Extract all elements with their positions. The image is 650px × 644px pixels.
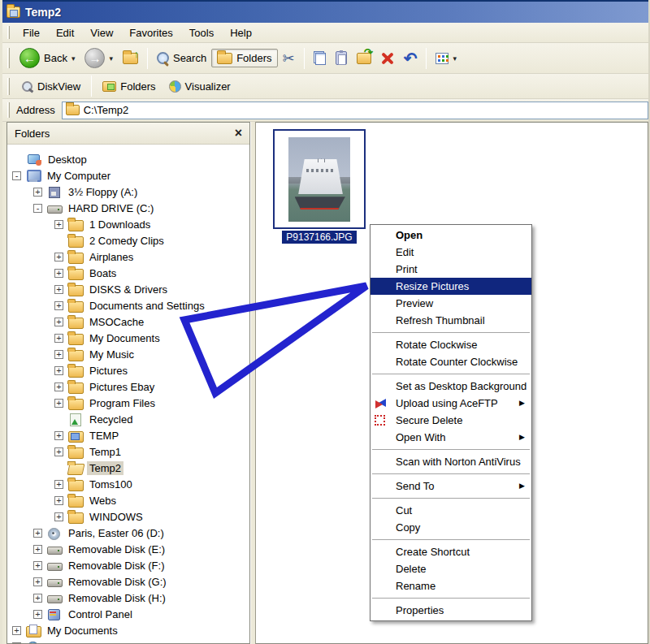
back-dropdown-icon[interactable]: ▾ <box>72 54 76 63</box>
expand-icon[interactable]: + <box>54 318 63 326</box>
expand-icon[interactable]: + <box>54 447 63 456</box>
menu-item-rotate-clockwise[interactable]: Rotate Clockwise <box>370 336 531 353</box>
menu-item-cut[interactable]: Cut <box>370 502 531 519</box>
menu-item-scan-with-norton-antivirus[interactable]: Scan with Norton AntiVirus <box>370 453 531 470</box>
collapse-icon[interactable]: - <box>33 204 42 213</box>
tree-item-removable-g[interactable]: +Removable Disk (G:) <box>7 573 249 590</box>
up-button[interactable]: ↑ <box>118 50 143 67</box>
tree-item-program-files[interactable]: +Program Files <box>7 395 249 411</box>
tree-item-temp[interactable]: +TEMP <box>7 427 249 443</box>
tree-item-my-documents-c[interactable]: +My Documents <box>7 330 249 346</box>
diskview-button[interactable]: DiskView <box>15 79 87 94</box>
file-thumbnail[interactable] <box>273 129 366 229</box>
tree-item-recycled[interactable]: Recycled <box>7 411 249 427</box>
expand-icon[interactable]: + <box>54 399 63 408</box>
file-name-label[interactable]: P9137166.JPG <box>282 231 356 244</box>
tree-item-1-downloads[interactable]: +1 Downloads <box>7 216 249 232</box>
menu-item-set-as-desktop-background[interactable]: Set as Desktop Background <box>370 378 531 395</box>
menu-item-properties[interactable]: Properties <box>370 602 531 619</box>
menu-edit[interactable]: Edit <box>48 25 82 41</box>
tree-item-removable-f[interactable]: +Removable Disk (F:) <box>7 557 249 573</box>
expand-icon[interactable]: + <box>33 545 42 554</box>
tree-item-documents-and-settings[interactable]: +Documents and Settings <box>7 297 249 313</box>
tree-item-windows[interactable]: +WINDOWS <box>7 508 249 525</box>
menu-item-secure-delete[interactable]: Secure Delete <box>370 412 531 429</box>
tree-item-boats[interactable]: +Boats <box>7 265 249 281</box>
menu-item-resize-pictures[interactable]: Resize Pictures <box>370 278 531 295</box>
menu-item-open[interactable]: Open <box>370 227 531 244</box>
tree-item-my-music[interactable]: +My Music <box>7 346 249 362</box>
expand-icon[interactable]: + <box>54 431 63 440</box>
paste-button[interactable] <box>331 49 352 67</box>
expand-icon[interactable]: + <box>54 253 63 261</box>
pane-splitter[interactable] <box>250 122 256 644</box>
expand-icon[interactable]: + <box>54 334 63 343</box>
copy-button[interactable] <box>309 49 331 67</box>
menu-help[interactable]: Help <box>222 25 260 41</box>
tree-item-my-computer[interactable]: -My Computer <box>7 167 249 184</box>
close-icon[interactable]: × <box>235 127 242 140</box>
expand-icon[interactable]: + <box>33 610 42 619</box>
toolbar-grip[interactable] <box>7 78 10 95</box>
tree-item-cd-d[interactable]: +Paris, Easter 06 (D:) <box>7 525 249 541</box>
views-button[interactable]: ▾ <box>431 50 462 67</box>
menu-item-rename[interactable]: Rename <box>370 577 531 594</box>
tree-item-temp2[interactable]: Temp2 <box>7 460 249 476</box>
tree-item-pictures[interactable]: +Pictures <box>7 362 249 378</box>
tree-item-2-comedy-clips[interactable]: 2 Comedy Clips <box>7 232 249 249</box>
menu-item-print[interactable]: Print <box>370 261 531 278</box>
tree-item-msocache[interactable]: +MSOCache <box>7 313 249 330</box>
expand-icon[interactable]: + <box>33 594 42 603</box>
tree-item-airplanes[interactable]: +Airplanes <box>7 249 249 265</box>
addon-folders-button[interactable]: Folders <box>96 79 162 94</box>
undo-button[interactable]: ↶ <box>399 48 422 69</box>
toolbar-grip[interactable] <box>7 48 10 69</box>
menu-item-upload-using-aceftp[interactable]: Upload using AceFTP <box>370 395 531 412</box>
expand-icon[interactable]: + <box>54 512 63 521</box>
forward-button[interactable]: → ▾ <box>80 45 118 71</box>
expand-icon[interactable]: + <box>33 529 42 538</box>
expand-icon[interactable]: + <box>54 269 63 278</box>
tree-item-my-network-places[interactable]: +My Network Places <box>7 638 249 643</box>
menu-item-send-to[interactable]: Send To <box>370 478 531 495</box>
expand-icon[interactable]: + <box>12 626 21 635</box>
tree-item-toms100[interactable]: +Toms100 <box>7 476 249 492</box>
tree-item-floppy-a[interactable]: +3½ Floppy (A:) <box>7 184 249 200</box>
back-button[interactable]: ← Back ▾ <box>15 45 80 71</box>
tree-item-desktop[interactable]: Desktop <box>7 151 249 167</box>
tree-item-control-panel[interactable]: +Control Panel <box>7 606 249 622</box>
menu-item-edit[interactable]: Edit <box>370 244 531 261</box>
expand-icon[interactable]: + <box>54 480 63 489</box>
expand-icon[interactable]: + <box>54 383 63 391</box>
visualizer-button[interactable]: Visualizer <box>162 79 237 94</box>
address-input[interactable]: C:\Temp2 <box>62 102 648 119</box>
delete-button[interactable] <box>376 50 399 67</box>
expand-icon[interactable]: + <box>54 220 63 229</box>
expand-icon[interactable]: + <box>54 285 63 294</box>
menu-item-delete[interactable]: Delete <box>370 560 531 577</box>
expand-icon[interactable]: + <box>33 188 42 197</box>
tree-item-disks-drivers[interactable]: +DISKS & Drivers <box>7 281 249 297</box>
tree-item-removable-h[interactable]: +Removable Disk (H:) <box>7 590 249 606</box>
menu-tools[interactable]: Tools <box>181 25 222 41</box>
expand-icon[interactable]: + <box>54 301 63 310</box>
tree-item-hard-drive-c[interactable]: -HARD DRIVE (C:) <box>7 200 249 216</box>
menu-item-create-shortcut[interactable]: Create Shortcut <box>370 543 531 560</box>
expand-icon[interactable]: + <box>33 577 42 586</box>
menu-item-refresh-thumbnail[interactable]: Refresh Thumbnail <box>370 312 531 329</box>
expand-icon[interactable]: + <box>54 350 63 359</box>
tree-item-my-documents[interactable]: +My Documents <box>7 622 249 638</box>
menu-item-copy[interactable]: Copy <box>370 519 531 536</box>
file-item[interactable]: P9137166.JPG <box>273 129 366 244</box>
tree-item-pictures-ebay[interactable]: +Pictures Ebay <box>7 378 249 395</box>
forward-dropdown-icon[interactable]: ▾ <box>109 54 113 63</box>
toolbar-grip[interactable] <box>7 102 10 118</box>
collapse-icon[interactable]: - <box>12 171 21 180</box>
toolbar-grip[interactable] <box>7 26 10 40</box>
tree-item-temp1[interactable]: +Temp1 <box>7 443 249 460</box>
expand-icon[interactable]: + <box>54 496 63 505</box>
tree-item-webs[interactable]: +Webs <box>7 492 249 508</box>
search-button[interactable]: Search <box>152 50 211 67</box>
cut-button[interactable]: ✂ <box>278 49 300 68</box>
menu-favorites[interactable]: Favorites <box>121 25 180 41</box>
